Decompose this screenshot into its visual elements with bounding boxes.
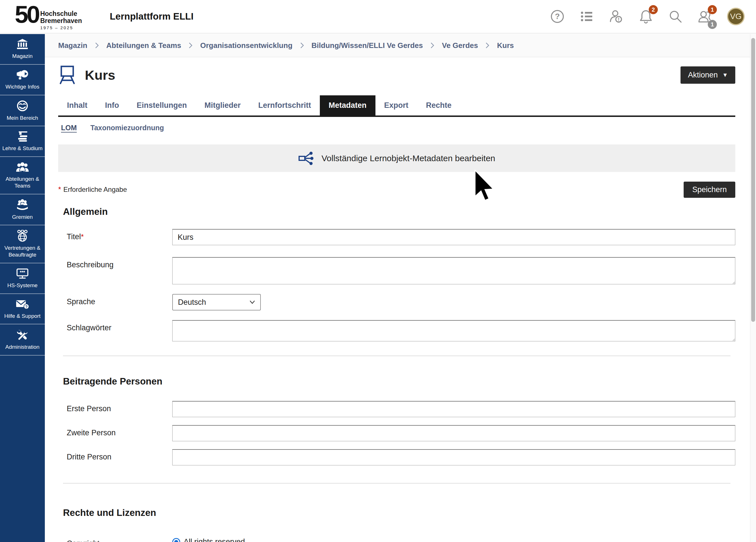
contacts-icon[interactable]: 1 1 bbox=[698, 9, 712, 24]
svg-text:?: ? bbox=[25, 304, 28, 309]
contacts-badge-bottom: 1 bbox=[708, 20, 717, 29]
copyright-radio-row: All rights reserved bbox=[172, 536, 735, 542]
sidebar-item-mein-bereich[interactable]: Mein Bereich bbox=[0, 95, 45, 127]
sidebar-item-label: HS-Systeme bbox=[7, 282, 38, 289]
breadcrumb-item[interactable]: Bildung/Wissen/ELLI Ve Gerdes bbox=[312, 41, 423, 50]
tab-metadaten[interactable]: Metadaten bbox=[320, 95, 375, 115]
search-icon[interactable] bbox=[668, 9, 683, 24]
help-icon[interactable]: ? bbox=[550, 9, 565, 24]
schlagwoerter-label: Schlagwörter bbox=[67, 320, 172, 332]
aktionen-button[interactable]: Aktionen ▼ bbox=[681, 66, 735, 84]
vertical-scrollbar[interactable] bbox=[750, 34, 756, 542]
subtab-taxonomiezuordnung[interactable]: Taxonomiezuordnung bbox=[91, 124, 164, 132]
titel-input[interactable] bbox=[172, 229, 735, 245]
chevron-right-icon bbox=[300, 42, 304, 49]
bullet-list-icon bbox=[580, 9, 594, 24]
required-hint: *Erforderliche Angabe bbox=[58, 182, 127, 194]
notifications-bell[interactable]: 2 bbox=[639, 9, 653, 24]
form-row-dritte-person: Dritte Person bbox=[58, 449, 735, 465]
erste-person-label: Erste Person bbox=[67, 401, 172, 413]
beschreibung-textarea[interactable] bbox=[172, 257, 735, 284]
subtab-lom[interactable]: LOM bbox=[61, 124, 77, 132]
section-heading-allgemein: Allgemein bbox=[63, 206, 735, 217]
bank-icon bbox=[16, 39, 28, 50]
form-row-sprache: Sprache Deutsch bbox=[58, 294, 735, 310]
page-title-row: Kurs Aktionen ▼ bbox=[58, 65, 735, 85]
breadcrumb-item[interactable]: Ve Gerdes bbox=[442, 41, 478, 50]
tab-rechte[interactable]: Rechte bbox=[417, 95, 460, 115]
caret-down-icon: ▼ bbox=[722, 72, 728, 78]
dritte-person-label: Dritte Person bbox=[67, 449, 172, 461]
section-divider bbox=[63, 483, 730, 484]
section-heading-rechte: Rechte und Lizenzen bbox=[63, 507, 735, 518]
sidebar-item-wichtige-infos[interactable]: Wichtige Infos bbox=[0, 65, 45, 95]
breadcrumb-item[interactable]: Magazin bbox=[58, 41, 87, 50]
form-row-zweite-person: Zweite Person bbox=[58, 425, 735, 441]
aktionen-label: Aktionen bbox=[688, 71, 718, 79]
copyright-radio-selected[interactable] bbox=[172, 538, 180, 542]
titel-label: Titel* bbox=[67, 229, 172, 241]
titel-label-text: Titel bbox=[67, 232, 81, 241]
sidebar-item-abteilungen-teams[interactable]: Abteilungen & Teams bbox=[0, 157, 45, 194]
app-window: 50 Hochschule Bremerhaven 1975 – 2025 Le… bbox=[0, 0, 756, 542]
chevron-down-icon bbox=[249, 300, 255, 304]
logo-years: 1975 – 2025 bbox=[40, 25, 82, 30]
question-circle-icon: ? bbox=[550, 9, 564, 24]
logo-50: 50 bbox=[15, 3, 39, 26]
sprache-selected-value: Deutsch bbox=[178, 298, 206, 307]
required-asterisk: * bbox=[81, 232, 84, 241]
team-icon bbox=[16, 161, 29, 173]
tab-export[interactable]: Export bbox=[375, 95, 417, 115]
form-row-copyright: Copyright All rights reserved bbox=[58, 536, 735, 542]
user-alert-icon: ! bbox=[609, 9, 624, 24]
breadcrumb-item[interactable]: Organisationsentwicklung bbox=[200, 41, 292, 50]
schlagwoerter-textarea[interactable] bbox=[172, 320, 735, 341]
people-in-hand-icon bbox=[16, 199, 29, 211]
sidebar-item-administration[interactable]: Administration bbox=[0, 324, 45, 356]
speichern-button[interactable]: Speichern bbox=[684, 182, 735, 198]
tab-info[interactable]: Info bbox=[96, 95, 128, 115]
chevron-right-icon bbox=[430, 42, 434, 49]
breadcrumb-item-current[interactable]: Kurs bbox=[497, 41, 514, 50]
user-avatar[interactable]: VG bbox=[727, 8, 745, 25]
banner-label: Vollständige Lernobjekt-Metadaten bearbe… bbox=[322, 154, 495, 163]
edit-full-metadata-banner[interactable]: Vollständige Lernobjekt-Metadaten bearbe… bbox=[58, 144, 735, 172]
sidebar-item-label: Mein Bereich bbox=[7, 115, 38, 121]
breadcrumb-item[interactable]: Abteilungen & Teams bbox=[106, 41, 181, 50]
svg-text:!: ! bbox=[618, 17, 619, 22]
sidebar-item-label: Hilfe & Support bbox=[4, 313, 41, 320]
chevron-right-icon bbox=[95, 42, 99, 49]
tab-einstellungen[interactable]: Einstellungen bbox=[128, 95, 196, 115]
sidebar-item-vertretungen-beauftragte[interactable]: Vertretungen & Beauftragte bbox=[0, 225, 45, 263]
tab-lernfortschritt[interactable]: Lernfortschritt bbox=[249, 95, 320, 115]
form-row-erste-person: Erste Person bbox=[58, 401, 735, 417]
dritte-person-input[interactable] bbox=[172, 449, 735, 465]
beschreibung-label: Beschreibung bbox=[67, 257, 172, 269]
logo-name-line2: Bremerhaven bbox=[40, 17, 82, 24]
sidebar-item-hilfe-support[interactable]: ? Hilfe & Support bbox=[0, 294, 45, 325]
svg-text:?: ? bbox=[555, 12, 560, 21]
form-row-titel: Titel* bbox=[58, 229, 735, 245]
who-is-online-icon[interactable]: ! bbox=[609, 9, 624, 24]
university-logo[interactable]: 50 Hochschule Bremerhaven 1975 – 2025 bbox=[15, 3, 82, 30]
subtab-bar: LOM Taxonomiezuordnung bbox=[58, 124, 735, 132]
sprache-select[interactable]: Deutsch bbox=[172, 294, 261, 310]
node-share-icon bbox=[298, 151, 314, 165]
zweite-person-input[interactable] bbox=[172, 425, 735, 441]
list-menu-icon[interactable] bbox=[579, 9, 594, 24]
tools-icon bbox=[16, 329, 29, 341]
breadcrumb: Magazin Abteilungen & Teams Organisation… bbox=[45, 34, 750, 57]
sidebar-item-label: Abteilungen & Teams bbox=[1, 176, 43, 189]
tab-mitglieder[interactable]: Mitglieder bbox=[196, 95, 250, 115]
sidebar-item-gremien[interactable]: Gremien bbox=[0, 194, 45, 226]
top-header: 50 Hochschule Bremerhaven 1975 – 2025 Le… bbox=[0, 0, 756, 33]
erste-person-input[interactable] bbox=[172, 401, 735, 417]
tab-inhalt[interactable]: Inhalt bbox=[58, 95, 96, 115]
contacts-badge-top: 1 bbox=[708, 5, 717, 14]
sidebar-item-magazin[interactable]: Magazin bbox=[0, 34, 45, 65]
copyright-label: Copyright bbox=[67, 536, 172, 542]
tab-bar: Inhalt Info Einstellungen Mitglieder Ler… bbox=[58, 95, 735, 117]
sidebar-item-hs-systeme[interactable]: *** HS-Systeme bbox=[0, 263, 45, 294]
sidebar-item-lehre-studium[interactable]: Lehre & Studium bbox=[0, 126, 45, 157]
scrollbar-thumb[interactable] bbox=[751, 38, 755, 322]
